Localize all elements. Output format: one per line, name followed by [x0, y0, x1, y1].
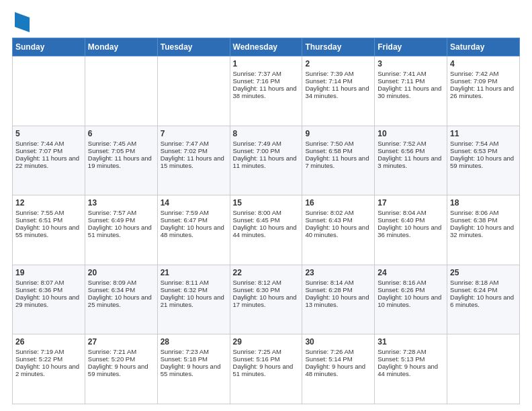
day-number: 2: [305, 59, 371, 68]
day-of-week-header: Saturday: [447, 38, 520, 56]
logo: [12, 12, 30, 32]
calendar-cell: 21Sunrise: 8:11 AMSunset: 6:32 PMDayligh…: [157, 265, 230, 334]
sunset-text: Sunset: 5:22 PM: [15, 355, 62, 363]
day-number: 27: [88, 337, 154, 347]
day-number: 25: [450, 268, 517, 277]
day-number: 22: [233, 268, 300, 277]
daylight-text: Daylight: 10 hours and 51 minutes.: [88, 224, 152, 238]
sunset-text: Sunset: 6:45 PM: [233, 216, 280, 224]
sunset-text: Sunset: 6:32 PM: [161, 286, 208, 293]
daylight-text: Daylight: 10 hours and 32 minutes.: [450, 224, 514, 238]
daylight-text: Daylight: 11 hours and 30 minutes.: [378, 85, 441, 99]
calendar-cell: 9Sunrise: 7:50 AMSunset: 6:58 PMDaylight…: [302, 126, 375, 195]
daylight-text: Daylight: 11 hours and 34 minutes.: [305, 85, 369, 99]
sunset-text: Sunset: 6:34 PM: [88, 286, 135, 293]
calendar-cell: 31Sunrise: 7:28 AMSunset: 5:13 PMDayligh…: [375, 334, 447, 404]
calendar-week-row: 26Sunrise: 7:19 AMSunset: 5:22 PMDayligh…: [13, 334, 520, 404]
daylight-text: Daylight: 11 hours and 19 minutes.: [88, 154, 152, 169]
sunrise-text: Sunrise: 8:11 AM: [161, 279, 209, 286]
sunset-text: Sunset: 7:16 PM: [233, 77, 280, 85]
sunrise-text: Sunrise: 7:42 AM: [450, 70, 498, 77]
calendar-cell: 13Sunrise: 7:57 AMSunset: 6:49 PMDayligh…: [85, 195, 157, 265]
calendar-cell: 15Sunrise: 8:00 AMSunset: 6:45 PMDayligh…: [230, 195, 302, 265]
daylight-text: Daylight: 11 hours and 22 minutes.: [15, 154, 79, 169]
calendar-cell: 28Sunrise: 7:23 AMSunset: 5:18 PMDayligh…: [157, 334, 230, 404]
sunrise-text: Sunrise: 7:39 AM: [305, 70, 353, 77]
day-number: 1: [233, 59, 300, 68]
calendar-cell: 14Sunrise: 7:59 AMSunset: 6:47 PMDayligh…: [157, 195, 230, 265]
sunset-text: Sunset: 7:07 PM: [15, 147, 62, 154]
day-number: 17: [378, 198, 444, 208]
sunset-text: Sunset: 6:49 PM: [88, 216, 135, 224]
sunrise-text: Sunrise: 7:37 AM: [233, 70, 281, 77]
day-of-week-header: Tuesday: [157, 38, 230, 56]
calendar-cell: 20Sunrise: 8:09 AMSunset: 6:34 PMDayligh…: [85, 265, 157, 334]
sunset-text: Sunset: 7:00 PM: [233, 147, 280, 154]
daylight-text: Daylight: 9 hours and 48 minutes.: [305, 363, 365, 377]
day-number: 13: [88, 198, 154, 208]
day-number: 3: [378, 59, 444, 68]
page: SundayMondayTuesdayWednesdayThursdayFrid…: [0, 0, 532, 411]
sunset-text: Sunset: 6:38 PM: [450, 216, 497, 224]
sunset-text: Sunset: 6:40 PM: [378, 216, 425, 224]
calendar-cell: 16Sunrise: 8:02 AMSunset: 6:43 PMDayligh…: [302, 195, 375, 265]
calendar-cell: 7Sunrise: 7:47 AMSunset: 7:02 PMDaylight…: [157, 126, 230, 195]
sunrise-text: Sunrise: 7:54 AM: [450, 140, 498, 147]
calendar-cell: 24Sunrise: 8:16 AMSunset: 6:26 PMDayligh…: [375, 265, 447, 334]
sunrise-text: Sunrise: 7:57 AM: [88, 209, 136, 216]
daylight-text: Daylight: 11 hours and 3 minutes.: [378, 154, 441, 169]
day-number: 26: [15, 337, 82, 347]
day-of-week-header: Sunday: [13, 38, 85, 56]
sunrise-text: Sunrise: 8:14 AM: [305, 279, 353, 286]
daylight-text: Daylight: 11 hours and 11 minutes.: [233, 154, 297, 169]
daylight-text: Daylight: 10 hours and 17 minutes.: [233, 293, 297, 308]
daylight-text: Daylight: 10 hours and 6 minutes.: [450, 293, 514, 308]
sunrise-text: Sunrise: 7:26 AM: [305, 348, 353, 355]
sunset-text: Sunset: 6:36 PM: [15, 286, 62, 293]
calendar-cell: 11Sunrise: 7:54 AMSunset: 6:53 PMDayligh…: [447, 126, 520, 195]
header: [12, 12, 520, 32]
daylight-text: Daylight: 10 hours and 48 minutes.: [161, 224, 224, 238]
sunrise-text: Sunrise: 8:12 AM: [233, 279, 281, 286]
calendar-week-row: 5Sunrise: 7:44 AMSunset: 7:07 PMDaylight…: [13, 126, 520, 195]
calendar-cell: 22Sunrise: 8:12 AMSunset: 6:30 PMDayligh…: [230, 265, 302, 334]
day-number: 4: [450, 59, 517, 68]
calendar-cell: 10Sunrise: 7:52 AMSunset: 6:56 PMDayligh…: [375, 126, 447, 195]
sunrise-text: Sunrise: 8:18 AM: [450, 279, 498, 286]
daylight-text: Daylight: 10 hours and 40 minutes.: [305, 224, 369, 238]
sunrise-text: Sunrise: 7:21 AM: [88, 348, 136, 355]
daylight-text: Daylight: 9 hours and 59 minutes.: [88, 363, 148, 377]
daylight-text: Daylight: 10 hours and 25 minutes.: [88, 293, 152, 308]
calendar-table: SundayMondayTuesdayWednesdayThursdayFrid…: [12, 38, 520, 404]
sunrise-text: Sunrise: 7:45 AM: [88, 140, 136, 147]
day-number: 5: [15, 129, 82, 138]
day-number: 15: [233, 198, 300, 208]
day-number: 10: [378, 129, 444, 138]
svg-marker-0: [15, 12, 30, 32]
sunset-text: Sunset: 6:43 PM: [305, 216, 352, 224]
day-number: 24: [378, 268, 444, 277]
day-number: 18: [450, 198, 517, 208]
day-number: 7: [161, 129, 227, 138]
daylight-text: Daylight: 11 hours and 7 minutes.: [305, 154, 369, 169]
calendar-cell: 19Sunrise: 8:07 AMSunset: 6:36 PMDayligh…: [13, 265, 85, 334]
day-of-week-header: Thursday: [302, 38, 375, 56]
sunset-text: Sunset: 6:47 PM: [161, 216, 208, 224]
sunset-text: Sunset: 6:28 PM: [305, 286, 352, 293]
sunset-text: Sunset: 7:14 PM: [305, 77, 352, 85]
daylight-text: Daylight: 10 hours and 59 minutes.: [450, 154, 514, 169]
sunrise-text: Sunrise: 8:07 AM: [15, 279, 64, 286]
day-number: 23: [305, 268, 371, 277]
sunset-text: Sunset: 7:09 PM: [450, 77, 497, 85]
day-number: 30: [305, 337, 371, 347]
sunrise-text: Sunrise: 7:44 AM: [15, 140, 64, 147]
sunset-text: Sunset: 7:02 PM: [161, 147, 208, 154]
day-number: 9: [305, 129, 371, 138]
sunrise-text: Sunrise: 7:49 AM: [233, 140, 281, 147]
calendar-cell: 29Sunrise: 7:25 AMSunset: 5:16 PMDayligh…: [230, 334, 302, 404]
calendar-cell: 1Sunrise: 7:37 AMSunset: 7:16 PMDaylight…: [230, 56, 302, 126]
sunrise-text: Sunrise: 7:50 AM: [305, 140, 353, 147]
sunrise-text: Sunrise: 7:25 AM: [233, 348, 281, 355]
day-number: 16: [305, 198, 371, 208]
calendar-cell: [13, 56, 85, 126]
